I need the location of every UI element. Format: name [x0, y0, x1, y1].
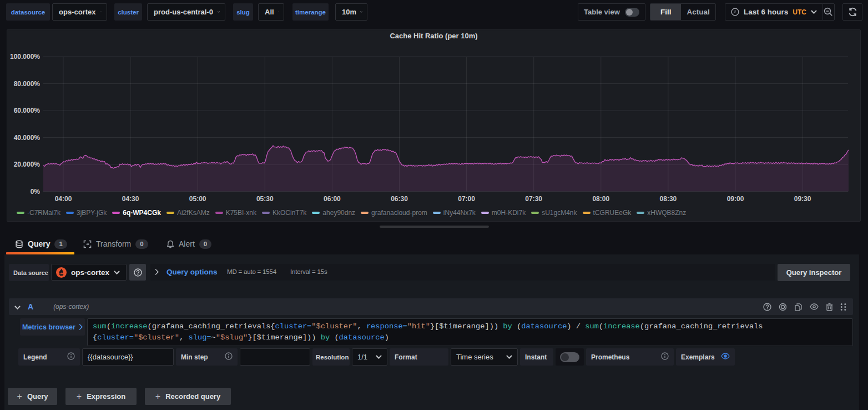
svg-text:06:00: 06:00	[324, 195, 341, 203]
svg-text:05:00: 05:00	[189, 195, 206, 203]
svg-text:80.000%: 80.000%	[14, 80, 41, 88]
svg-text:08:30: 08:30	[660, 195, 677, 203]
svg-text:04:00: 04:00	[55, 195, 72, 203]
svg-text:100.000%: 100.000%	[10, 53, 40, 61]
svg-text:20.000%: 20.000%	[14, 161, 41, 168]
svg-text:05:30: 05:30	[256, 195, 274, 203]
svg-text:04:30: 04:30	[122, 195, 139, 203]
svg-text:09:30: 09:30	[794, 195, 811, 203]
svg-text:08:00: 08:00	[592, 195, 609, 203]
svg-text:40.000%: 40.000%	[14, 134, 41, 142]
svg-text:07:00: 07:00	[458, 195, 475, 203]
svg-text:60.000%: 60.000%	[14, 107, 41, 114]
svg-text:0%: 0%	[31, 188, 41, 196]
svg-text:06:30: 06:30	[391, 195, 408, 203]
svg-text:07:30: 07:30	[525, 195, 542, 203]
svg-text:09:00: 09:00	[727, 195, 744, 203]
